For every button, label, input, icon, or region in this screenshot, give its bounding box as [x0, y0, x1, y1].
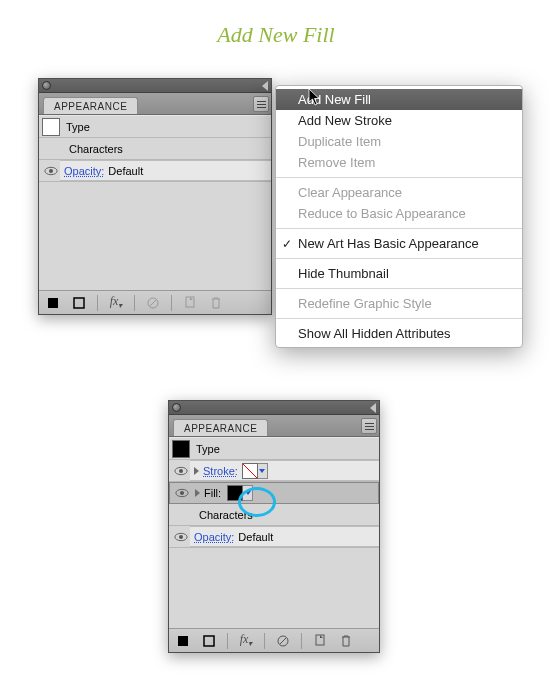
disclosure-icon[interactable] [195, 489, 200, 497]
duplicate-icon[interactable] [312, 633, 328, 649]
window-dot-icon[interactable] [42, 81, 51, 90]
visibility-toggle[interactable] [172, 460, 190, 482]
row-opacity[interactable]: Opacity: Default [39, 160, 271, 182]
opacity-value: Default [108, 165, 143, 177]
fill-label: Fill: [204, 487, 221, 499]
characters-label: Characters [199, 509, 253, 521]
new-stroke-icon[interactable] [201, 633, 217, 649]
row-opacity[interactable]: Opacity: Default [169, 526, 379, 548]
type-swatch[interactable] [172, 440, 190, 458]
appearance-flyout-menu: Add New Fill Add New Stroke Duplicate It… [275, 85, 523, 348]
type-label: Type [196, 443, 220, 455]
menu-separator [276, 228, 522, 229]
menu-separator [276, 288, 522, 289]
panel-titlebar[interactable] [39, 79, 271, 93]
appearance-panel: APPEARANCE Type Characters Opacity: Defa… [38, 78, 272, 315]
svg-point-10 [180, 491, 184, 495]
collapse-icon[interactable] [370, 403, 376, 413]
duplicate-icon [182, 295, 198, 311]
tab-appearance[interactable]: APPEARANCE [43, 97, 138, 114]
visibility-toggle[interactable] [172, 526, 190, 548]
flyout-menu-button[interactable] [361, 418, 377, 434]
appearance-panel-result: APPEARANCE Type Stroke: Fill: [168, 400, 380, 653]
panel-footer: fx▾ [39, 290, 271, 314]
tab-appearance[interactable]: APPEARANCE [173, 419, 268, 436]
menu-redefine-style: Redefine Graphic Style [276, 293, 522, 314]
row-type[interactable]: Type [39, 116, 271, 138]
fx-button[interactable]: fx▾ [108, 295, 124, 311]
svg-line-5 [150, 300, 156, 306]
menu-remove-item: Remove Item [276, 152, 522, 173]
row-fill[interactable]: Fill: [169, 482, 379, 504]
svg-rect-13 [178, 636, 188, 646]
panel-body: Type Stroke: Fill: Characters [169, 437, 379, 628]
panel-footer: fx▾ [169, 628, 379, 652]
panel-titlebar[interactable] [169, 401, 379, 415]
menu-separator [276, 177, 522, 178]
panel-tabs: APPEARANCE [39, 93, 271, 115]
trash-icon[interactable] [338, 633, 354, 649]
panel-body: Type Characters Opacity: Default [39, 115, 271, 290]
visibility-toggle[interactable] [42, 160, 60, 182]
disclosure-icon[interactable] [194, 467, 199, 475]
new-stroke-icon[interactable] [71, 295, 87, 311]
opacity-value: Default [238, 531, 273, 543]
stroke-dropdown-icon[interactable] [258, 463, 268, 479]
fill-dropdown-icon[interactable] [243, 485, 253, 501]
page-title: Add New Fill [0, 22, 552, 48]
type-label: Type [66, 121, 90, 133]
menu-duplicate-item: Duplicate Item [276, 131, 522, 152]
trash-icon [208, 295, 224, 311]
menu-hide-thumbnail[interactable]: Hide Thumbnail [276, 263, 522, 284]
visibility-toggle[interactable] [173, 482, 191, 504]
menu-show-hidden-attrs[interactable]: Show All Hidden Attributes [276, 323, 522, 344]
fx-button[interactable]: fx▾ [238, 633, 254, 649]
menu-add-new-fill[interactable]: Add New Fill [276, 89, 522, 110]
menu-new-art-basic[interactable]: New Art Has Basic Appearance [276, 233, 522, 254]
stroke-label[interactable]: Stroke: [203, 465, 238, 477]
window-dot-icon[interactable] [172, 403, 181, 412]
svg-line-16 [280, 638, 286, 644]
svg-rect-2 [48, 298, 58, 308]
characters-label: Characters [69, 143, 123, 155]
svg-rect-3 [74, 298, 84, 308]
svg-point-8 [179, 468, 183, 472]
opacity-label[interactable]: Opacity: [64, 165, 104, 177]
menu-clear-appearance: Clear Appearance [276, 182, 522, 203]
new-fill-icon[interactable] [175, 633, 191, 649]
fill-swatch[interactable] [227, 485, 243, 501]
opacity-label[interactable]: Opacity: [194, 531, 234, 543]
flyout-menu-button[interactable] [253, 96, 269, 112]
row-characters[interactable]: Characters [39, 138, 271, 160]
svg-point-12 [179, 534, 183, 538]
svg-point-1 [49, 168, 53, 172]
menu-add-new-stroke[interactable]: Add New Stroke [276, 110, 522, 131]
row-stroke[interactable]: Stroke: [169, 460, 379, 482]
clear-appearance-icon [145, 295, 161, 311]
row-characters[interactable]: Characters [169, 504, 379, 526]
stroke-swatch[interactable] [242, 463, 258, 479]
svg-rect-14 [204, 636, 214, 646]
panel-tabs: APPEARANCE [169, 415, 379, 437]
type-swatch[interactable] [42, 118, 60, 136]
new-fill-icon[interactable] [45, 295, 61, 311]
menu-separator [276, 318, 522, 319]
row-type[interactable]: Type [169, 438, 379, 460]
clear-appearance-icon[interactable] [275, 633, 291, 649]
menu-reduce-basic: Reduce to Basic Appearance [276, 203, 522, 224]
menu-separator [276, 258, 522, 259]
collapse-icon[interactable] [262, 81, 268, 91]
